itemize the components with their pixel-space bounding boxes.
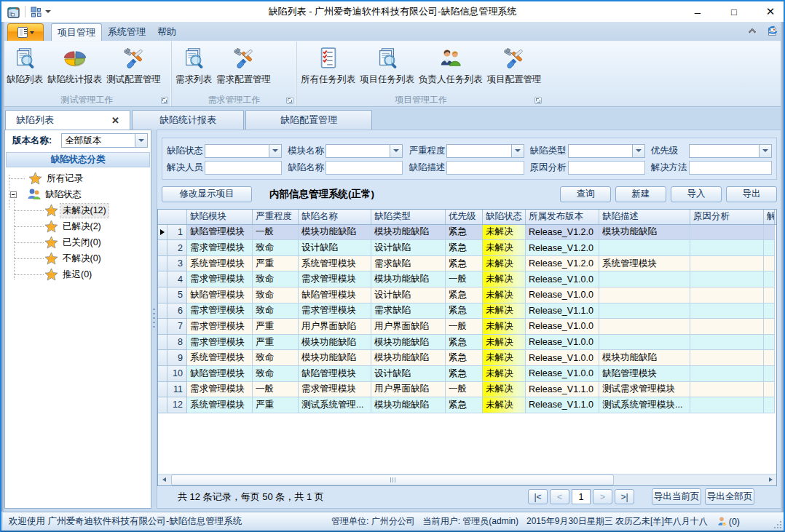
column-header[interactable]: 原因分析 — [690, 210, 764, 224]
cell-solution[interactable] — [764, 319, 775, 335]
filter-dropdown-icon[interactable] — [390, 145, 402, 157]
column-header[interactable]: 缺陷名称 — [299, 210, 371, 224]
ribbon-tab[interactable]: 系统管理 — [102, 23, 151, 41]
cell-type[interactable]: 用户界面缺陷 — [371, 382, 446, 398]
document-tab[interactable]: 缺陷配置管理 — [245, 110, 372, 130]
tree-item[interactable]: 所有记录 — [5, 170, 151, 186]
cell-release[interactable]: Release_V1.2.0 — [526, 240, 599, 256]
cell-solution[interactable] — [764, 240, 775, 256]
cell-priority[interactable]: 紧急 — [446, 350, 483, 366]
ribbon-button[interactable]: 项目配置管理 — [485, 44, 544, 87]
filter-combobox[interactable] — [568, 144, 645, 158]
cell-severity[interactable]: 一般 — [253, 225, 299, 241]
table-row[interactable]: 3系统管理模块严重系统管理模块需求缺陷紧急未解决Release_V1.2.0系统… — [158, 256, 776, 272]
cell-name[interactable]: 需求管理模块 — [299, 303, 371, 319]
cell-type[interactable]: 模块功能缺陷 — [371, 225, 446, 241]
cell-cause[interactable] — [690, 256, 764, 272]
cell-desc[interactable] — [599, 335, 690, 351]
grid-horizontal-scrollbar[interactable] — [158, 474, 776, 485]
ribbon-button[interactable]: 测试配置管理 — [104, 44, 163, 87]
cell-priority[interactable]: 紧急 — [446, 225, 483, 241]
cell-status[interactable]: 未解决 — [483, 240, 526, 256]
cell-name[interactable]: 缺陷管理模块 — [299, 287, 371, 303]
cell-cause[interactable] — [690, 382, 764, 398]
table-row[interactable]: 11需求管理模块一般需求管理模块用户界面缺陷一般未解决Release_V1.1.… — [158, 382, 776, 398]
tree-item[interactable]: 未解决(12) — [5, 202, 151, 218]
cell-name[interactable]: 设计缺陷 — [299, 240, 371, 256]
cell-severity[interactable]: 致命 — [253, 240, 299, 256]
cell-solution[interactable] — [764, 366, 775, 382]
tree-item[interactable]: 已解决(2) — [5, 218, 151, 234]
column-header[interactable]: 缺陷状态 — [483, 210, 526, 224]
cell-priority[interactable]: 一般 — [446, 319, 483, 335]
cell-module[interactable]: 需求管理模块 — [187, 319, 253, 335]
cell-type[interactable]: 用户界面缺陷 — [371, 319, 446, 335]
column-header[interactable]: 严重程度 — [253, 210, 299, 224]
ribbon-button[interactable]: 需求列表 — [173, 44, 214, 87]
cell-module[interactable]: 缺陷管理模块 — [187, 287, 253, 303]
ribbon-button[interactable]: 负责人任务列表 — [417, 44, 485, 87]
cell-type[interactable]: 模块功能缺陷 — [371, 350, 446, 366]
cell-module[interactable]: 需求管理模块 — [187, 382, 253, 398]
cell-cause[interactable] — [690, 319, 764, 335]
cell-status[interactable]: 未解决 — [483, 256, 526, 272]
cell-status[interactable]: 未解决 — [483, 382, 526, 398]
cell-desc[interactable]: 模块功能缺陷 — [599, 350, 690, 366]
cell-name[interactable]: 系统管理模块 — [299, 256, 371, 272]
minimize-button[interactable]: – — [690, 4, 705, 19]
cell-release[interactable]: Release_V1.0.0 — [526, 366, 599, 382]
dialog-launcher-icon[interactable] — [286, 97, 293, 104]
export-button[interactable]: 导出 — [726, 186, 777, 202]
cell-desc[interactable]: 测试系统管理模块... — [599, 397, 690, 413]
tree-item[interactable]: 缺陷状态 — [5, 186, 151, 202]
cell-severity[interactable]: 致命 — [253, 287, 299, 303]
cell-module[interactable]: 需求管理模块 — [187, 240, 253, 256]
ribbon-tab[interactable]: 项目管理 — [51, 23, 102, 41]
cell-type[interactable]: 模块功能缺陷 — [371, 271, 446, 287]
cell-name[interactable]: 模块功能缺陷 — [299, 225, 371, 241]
cell-release[interactable]: Release_V1.0.0 — [526, 319, 599, 335]
cell-desc[interactable] — [599, 240, 690, 256]
document-tab[interactable]: 缺陷统计报表 — [132, 110, 244, 130]
cell-severity[interactable]: 致命 — [253, 271, 299, 287]
cell-type[interactable]: 需求缺陷 — [371, 303, 446, 319]
cell-severity[interactable]: 严重 — [253, 256, 299, 272]
cell-type[interactable]: 设计缺陷 — [371, 240, 446, 256]
scroll-left-icon[interactable] — [158, 475, 170, 485]
tree-item[interactable]: 不解决(0) — [5, 250, 151, 266]
ribbon-button[interactable]: 项目任务列表 — [358, 44, 417, 87]
cell-release[interactable]: Release_V1.1.0 — [526, 397, 599, 413]
cell-status[interactable]: 未解决 — [483, 319, 526, 335]
tab-close-icon[interactable]: ✕ — [111, 115, 119, 126]
cell-priority[interactable]: 紧急 — [446, 256, 483, 272]
cell-module[interactable]: 系统管理模块 — [187, 350, 253, 366]
table-row[interactable]: 12系统管理模块严重测试系统管理...模块功能缺陷紧急未解决Release_V1… — [158, 397, 776, 413]
cell-status[interactable]: 未解决 — [483, 287, 526, 303]
cell-priority[interactable]: 紧急 — [446, 240, 483, 256]
filter-combobox[interactable] — [205, 144, 282, 158]
message-badge[interactable]: (0) — [716, 516, 740, 527]
page-number-input[interactable]: 1 — [572, 489, 591, 504]
cell-type[interactable]: 需求缺陷 — [371, 256, 446, 272]
cell-type[interactable]: 设计缺陷 — [371, 287, 446, 303]
cell-module[interactable]: 缺陷管理模块 — [187, 366, 253, 382]
column-header[interactable]: 缺陷类型 — [371, 210, 446, 224]
column-header[interactable]: 优先级 — [446, 210, 483, 224]
cell-status[interactable]: 未解决 — [483, 335, 526, 351]
sidebar-splitter[interactable] — [151, 130, 157, 509]
cell-status[interactable]: 未解决 — [483, 397, 526, 413]
filter-textbox[interactable] — [326, 161, 403, 175]
cell-module[interactable]: 系统管理模块 — [187, 397, 253, 413]
cell-priority[interactable]: 紧急 — [446, 287, 483, 303]
cell-solution[interactable] — [764, 382, 775, 398]
cell-type[interactable]: 模块功能缺陷 — [371, 335, 446, 351]
version-dropdown-icon[interactable] — [135, 134, 147, 147]
cell-name[interactable]: 测试系统管理... — [299, 397, 371, 413]
cell-status[interactable]: 未解决 — [483, 350, 526, 366]
ribbon-tab[interactable]: 帮助 — [151, 23, 182, 41]
resize-grip-icon[interactable] — [773, 520, 782, 529]
table-row[interactable]: 6需求管理模块致命需求管理模块需求缺陷紧急未解决Release_V1.1.0 — [158, 303, 776, 319]
cell-release[interactable]: Release_V1.0.0 — [526, 335, 599, 351]
dialog-launcher-icon[interactable] — [534, 97, 542, 104]
column-header[interactable]: 缺陷模块 — [187, 210, 253, 224]
